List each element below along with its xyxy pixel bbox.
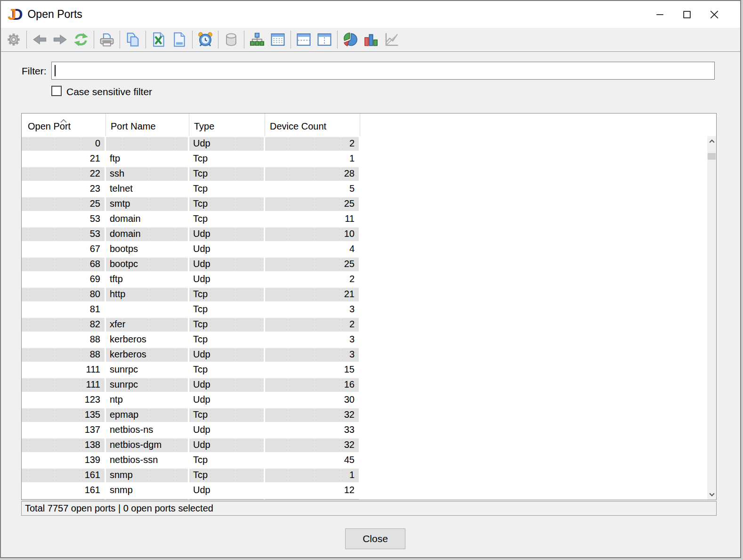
table-row[interactable]: 138netbios-dgmUdp32: [22, 438, 716, 453]
toolbar-separator: [291, 31, 291, 49]
schedule-button[interactable]: [195, 29, 216, 50]
back-arrow-icon: [32, 32, 48, 48]
device-count-cell: 5: [265, 181, 360, 196]
table-row[interactable]: 69tftpUdp2: [22, 272, 716, 287]
device-count-cell: 11: [265, 211, 360, 227]
port-name-cell: [106, 302, 189, 317]
port-name-cell: domain: [106, 227, 189, 242]
bar-chart-button[interactable]: [361, 29, 381, 50]
open-port-cell: 69: [22, 272, 106, 287]
table-row[interactable]: 81Tcp3: [22, 302, 716, 317]
type-cell: Udp: [189, 483, 265, 498]
app-logo: J D: [8, 5, 22, 24]
pie-chart-button[interactable]: [340, 29, 361, 50]
database-button[interactable]: [221, 29, 242, 50]
scrollbar-thumb[interactable]: [708, 153, 716, 160]
type-cell: Udp: [189, 347, 265, 362]
open-port-cell: 138: [22, 438, 106, 453]
row-filler: [360, 438, 716, 453]
table-body: 0Udp221ftpTcp122sshTcp2823telnetTcp525sm…: [22, 136, 716, 500]
table-row[interactable]: 161snmpTcp1: [22, 468, 716, 483]
table-row[interactable]: 68bootpcUdp25: [22, 257, 716, 272]
table-row[interactable]: 161snmpUdp12: [22, 483, 716, 498]
toolbar-separator: [94, 31, 94, 49]
close-window-button[interactable]: [701, 1, 728, 28]
device-count-cell: 1: [265, 151, 360, 166]
split-horizontal-button[interactable]: [293, 29, 314, 50]
port-name-cell: [106, 498, 189, 500]
toolbar-separator: [244, 31, 244, 49]
table-row[interactable]: 135epmapTcp32: [22, 407, 716, 422]
table-row[interactable]: 53domainTcp11: [22, 211, 716, 227]
split-vertical-button[interactable]: [314, 29, 335, 50]
window-controls: [646, 1, 740, 28]
maximize-button[interactable]: [673, 1, 701, 28]
report-document-button[interactable]: [169, 29, 190, 50]
scroll-down-button[interactable]: [707, 490, 716, 499]
device-count-cell: 33: [265, 422, 360, 438]
table-row[interactable]: 67bootpsUdp4: [22, 242, 716, 257]
table-row[interactable]: 111sunrpcTcp15: [22, 362, 716, 377]
table-row[interactable]: 111sunrpcUdp16: [22, 377, 716, 392]
close-button[interactable]: Close: [345, 528, 405, 549]
type-cell: Tcp: [189, 287, 265, 302]
forward-button[interactable]: [50, 29, 71, 50]
column-header-open-port[interactable]: Open Port: [22, 114, 106, 136]
table-row[interactable]: 88kerberosUdp3: [22, 347, 716, 362]
table-row[interactable]: 80httpTcp21: [22, 287, 716, 302]
type-cell: Tcp: [189, 453, 265, 468]
port-name-cell: kerberos: [106, 332, 189, 347]
chevron-up-icon: [709, 139, 715, 143]
topology-tree-button[interactable]: [247, 29, 267, 50]
table-row[interactable]: 82xferTcp2: [22, 317, 716, 332]
refresh-button[interactable]: [71, 29, 91, 50]
excel-export-button[interactable]: [148, 29, 169, 50]
column-header-type[interactable]: Type: [189, 114, 265, 136]
settings-button[interactable]: [3, 29, 24, 50]
table-row[interactable]: 23telnetTcp5: [22, 181, 716, 196]
table-row[interactable]: 137netbios-nsUdp33: [22, 422, 716, 438]
open-port-cell: 80: [22, 287, 106, 302]
minimize-icon: [656, 10, 664, 18]
port-name-cell: telnet: [106, 181, 189, 196]
device-count-cell: 3: [265, 347, 360, 362]
minimize-button[interactable]: [646, 1, 673, 28]
scroll-up-button[interactable]: [707, 137, 716, 146]
type-cell: Tcp: [189, 332, 265, 347]
device-count-cell: 25: [265, 257, 360, 272]
toolbar: [1, 28, 740, 52]
port-name-cell: netbios-ssn: [106, 453, 189, 468]
column-header-port-name[interactable]: Port Name: [106, 114, 189, 136]
line-chart-button[interactable]: [381, 29, 402, 50]
table-row[interactable]: [22, 498, 716, 500]
open-port-cell: 82: [22, 317, 106, 332]
table-row[interactable]: 88kerberosTcp3: [22, 332, 716, 347]
table-row[interactable]: 139netbios-ssnTcp45: [22, 453, 716, 468]
line-chart-icon: [384, 32, 400, 48]
vertical-scrollbar[interactable]: [707, 136, 716, 500]
toolbar-separator: [26, 31, 27, 49]
close-icon: [710, 10, 719, 19]
copy-icon: [125, 32, 141, 48]
copy-button[interactable]: [122, 29, 143, 50]
open-port-cell: 21: [22, 151, 106, 166]
table-row[interactable]: 53domainUdp10: [22, 227, 716, 242]
sort-ascending-icon: [60, 114, 67, 125]
table-row[interactable]: 22sshTcp28: [22, 166, 716, 181]
table-row[interactable]: 25smtpTcp25: [22, 196, 716, 211]
type-cell: Tcp: [189, 317, 265, 332]
case-sensitive-checkbox[interactable]: [51, 86, 62, 96]
table-row[interactable]: 0Udp2: [22, 136, 716, 151]
row-filler: [360, 166, 716, 181]
filter-input[interactable]: [51, 62, 715, 80]
table-row[interactable]: 21ftpTcp1: [22, 151, 716, 166]
table-row[interactable]: 123ntpUdp30: [22, 392, 716, 407]
device-count-cell: 1: [265, 468, 360, 483]
row-filler: [360, 242, 716, 257]
print-button[interactable]: [97, 29, 117, 50]
column-header-device-count[interactable]: Device Count: [265, 114, 360, 136]
port-name-cell: kerberos: [106, 347, 189, 362]
port-name-cell: http: [106, 287, 189, 302]
table-view-button[interactable]: [267, 29, 288, 50]
back-button[interactable]: [29, 29, 50, 50]
